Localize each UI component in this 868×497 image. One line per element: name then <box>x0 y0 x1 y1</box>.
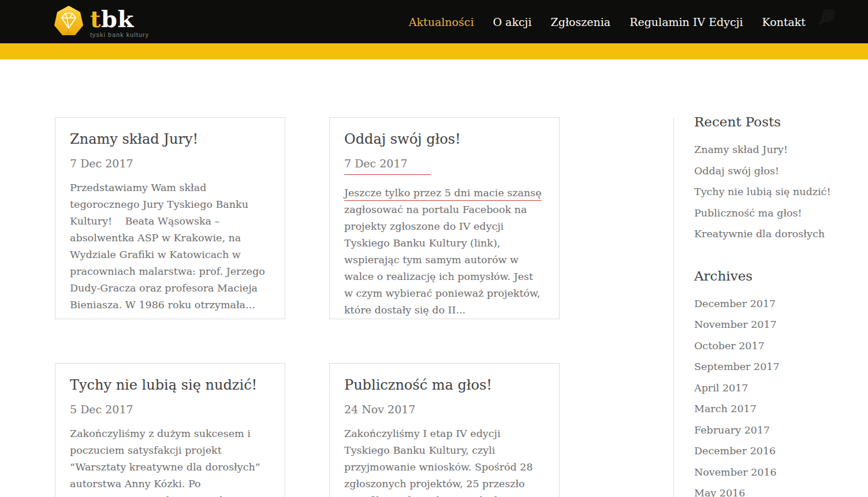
site-header: tbk tyski bank kultury Aktualności O akc… <box>0 0 868 43</box>
post-excerpt-link[interactable]: Jeszcze tylko przez 5 dni macie szansę <box>344 187 542 199</box>
recent-posts-heading: Recent Posts <box>694 113 862 130</box>
post-excerpt: Jeszcze tylko przez 5 dni macie szansę z… <box>344 185 545 319</box>
archive-link[interactable]: April 2017 <box>694 378 862 399</box>
search-icon[interactable] <box>818 8 836 25</box>
post-title[interactable]: Publiczność ma głos! <box>344 376 545 394</box>
archive-link[interactable]: October 2017 <box>694 335 862 357</box>
recent-posts-list: Znamy skład Jury! Oddaj swój głos! Tychy… <box>694 139 862 245</box>
logo-subtitle: tyski bank kultury <box>90 31 149 38</box>
post-card-znamy-sklad-jury: Znamy skład Jury! 7 Dec 2017 Przedstawia… <box>55 117 285 319</box>
archives-heading: Archives <box>694 267 862 285</box>
archive-link[interactable]: December 2017 <box>694 293 862 315</box>
sidebar: Recent Posts Znamy skład Jury! Oddaj swó… <box>694 113 862 497</box>
recent-post-link[interactable]: Kreatywnie dla dorosłych <box>694 223 862 245</box>
recent-post-link[interactable]: Oddaj swój głos! <box>694 160 862 182</box>
post-date: 5 Dec 2017 <box>70 403 270 416</box>
post-title[interactable]: Oddaj swój głos! <box>344 130 545 148</box>
logo-letter-t: t <box>90 5 101 32</box>
archives-list: December 2017 November 2017 October 2017… <box>694 293 862 497</box>
post-date: 24 Nov 2017 <box>344 403 545 416</box>
recent-post-link[interactable]: Znamy skład Jury! <box>694 139 862 160</box>
archive-link[interactable]: November 2017 <box>694 314 862 335</box>
archive-link[interactable]: September 2017 <box>694 356 862 378</box>
post-excerpt: Zakończyliśmy I etap IV edycji Tyskiego … <box>344 425 545 497</box>
post-title[interactable]: Znamy skład Jury! <box>70 130 270 148</box>
nav-item-aktualnosci[interactable]: Aktualności <box>409 16 474 28</box>
archives-block: Archives December 2017 November 2017 Oct… <box>694 267 862 497</box>
nav-item-o-akcji[interactable]: O akcji <box>493 16 531 28</box>
post-excerpt: Przedstawiamy Wam skład tegorocznego Jur… <box>70 180 270 313</box>
post-card-tychy-nie-lubia: Tychy nie lubią się nudzić! 5 Dec 2017 Z… <box>55 363 285 497</box>
archive-link[interactable]: May 2016 <box>694 483 862 497</box>
archive-link[interactable]: March 2017 <box>694 398 862 420</box>
post-excerpt: Zakończyliśmy z dużym sukcesem i poczuci… <box>70 425 270 497</box>
logo-wordmark: tbk <box>90 9 149 29</box>
recent-post-link[interactable]: Tychy nie lubią się nudzić! <box>694 181 862 203</box>
nav-item-regulamin[interactable]: Regulamin IV Edycji <box>629 16 743 28</box>
post-card-oddaj-swoj-glos: Oddaj swój głos! 7 Dec 2017 Jeszcze tylk… <box>329 117 560 319</box>
main-nav: Aktualności O akcji Zgłoszenia Regulamin… <box>409 0 806 43</box>
archive-link[interactable]: February 2017 <box>694 420 862 441</box>
site-logo[interactable]: tbk tyski bank kultury <box>54 5 149 38</box>
archive-link[interactable]: December 2016 <box>694 440 862 462</box>
nav-item-zgloszenia[interactable]: Zgłoszenia <box>551 16 611 28</box>
recent-post-link[interactable]: Publiczność ma głos! <box>694 203 862 224</box>
accent-bar <box>0 43 868 59</box>
archive-link[interactable]: November 2016 <box>694 462 862 483</box>
tbk-diamond-icon <box>54 5 84 36</box>
logo-letters-bk: bk <box>101 5 134 32</box>
post-excerpt-rest: zagłosować na portalu Facebook na projek… <box>344 187 545 316</box>
nav-item-kontakt[interactable]: Kontakt <box>762 16 806 28</box>
post-card-publicznosc-ma-glos: Publiczność ma głos! 24 Nov 2017 Zakończ… <box>329 363 560 497</box>
logo-text-block: tbk tyski bank kultury <box>90 5 149 38</box>
posts-grid: Znamy skład Jury! 7 Dec 2017 Przedstawia… <box>55 117 560 497</box>
post-date: 7 Dec 2017 <box>70 157 270 170</box>
post-title[interactable]: Tychy nie lubią się nudzić! <box>70 376 270 394</box>
sidebar-divider <box>673 117 674 497</box>
post-date-link[interactable]: 7 Dec 2017 <box>344 157 545 175</box>
